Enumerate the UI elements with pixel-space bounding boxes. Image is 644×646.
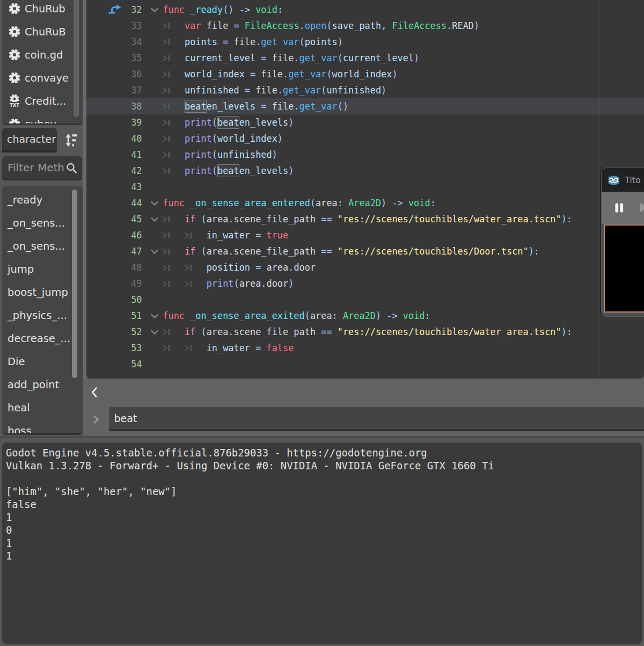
code-tokens: points = file.get_var(points): [185, 34, 343, 50]
toggle-scripts-panel-icon[interactable]: [89, 386, 100, 400]
line-number: 37: [118, 82, 142, 98]
code-line-50[interactable]: 50: [86, 292, 644, 308]
toggle-replace-icon[interactable]: [92, 414, 100, 425]
game-window[interactable]: Tito: [601, 168, 644, 317]
code-line-39[interactable]: 39 print(beaten_levels): [86, 114, 644, 130]
script-list-item[interactable]: cubey: [2, 113, 83, 126]
code-token: ==: [321, 214, 332, 224]
code-line-54[interactable]: 54: [86, 356, 644, 372]
scripts-list-scrollbar[interactable]: [74, 0, 79, 117]
tab-whitespace-mark: [163, 216, 172, 223]
fold-chevron-icon[interactable]: [150, 314, 159, 319]
code-line-40[interactable]: 40 print(world_index): [86, 130, 644, 147]
code-editor[interactable]: 32 func _ready() -> void:33 var file = F…: [86, 0, 644, 379]
code-token: =: [223, 37, 228, 47]
code-token: func: [163, 198, 185, 208]
fold-chevron-icon[interactable]: [150, 201, 159, 206]
code-line-48[interactable]: 48 position = area.door: [86, 259, 644, 275]
output-panel: Godot Engine v4.5.stable.official.876b29…: [0, 438, 644, 646]
code-line-53[interactable]: 53 in_water = false: [86, 340, 644, 356]
code-token: points: [185, 37, 217, 47]
code-token: .: [228, 326, 233, 337]
game-window-titlebar[interactable]: Tito: [602, 168, 644, 192]
code-line-37[interactable]: 37 unfinished = file.get_var(unfinished): [86, 82, 644, 98]
code-line-42[interactable]: 42 print(beaten_levels): [86, 163, 644, 179]
code-line-36[interactable]: 36 world_index = file.get_var(world_inde…: [86, 66, 644, 82]
code-line-38[interactable]: 38 beaten_levels = file.get_var(): [86, 98, 644, 114]
fold-chevron-icon[interactable]: [150, 8, 159, 13]
code-tokens: in_water = false: [207, 340, 294, 356]
play-icon[interactable]: [640, 202, 644, 213]
code-line-47[interactable]: 47 if (area.scene_file_path == "res://sc…: [86, 243, 644, 259]
sort-methods-button[interactable]: [61, 132, 78, 148]
script-list-item[interactable]: ChuRuB: [2, 20, 83, 43]
code-token: [316, 326, 321, 337]
methods-list-scrollbar[interactable]: [72, 190, 77, 378]
code-token: ): [376, 310, 386, 321]
method-list-item[interactable]: _on_sens...: [2, 235, 83, 258]
code-tokens: unfinished = file.get_var(unfinished): [185, 82, 386, 98]
code-line-32[interactable]: 32 func _ready() -> void:: [86, 2, 644, 18]
line-number: 36: [118, 66, 142, 82]
code-line-46[interactable]: 46 in_water = true: [86, 227, 644, 243]
code-token: false: [267, 343, 294, 353]
code-line-33[interactable]: 33 var file = FileAccess.open(save_path,…: [86, 18, 644, 34]
output-log[interactable]: Godot Engine v4.5.stable.official.876b29…: [2, 442, 642, 644]
script-list-item[interactable]: ChuRub: [2, 0, 83, 20]
code-line-51[interactable]: 51func _on_sense_area_exited(area: Area2…: [86, 308, 644, 324]
code-line-35[interactable]: 35 current_level = file.get_var(current_…: [86, 50, 644, 66]
code-token: area: [239, 278, 261, 289]
script-list-item[interactable]: TXTCredit...: [2, 90, 83, 113]
method-list-item[interactable]: _physics_...: [2, 304, 83, 327]
code-token: [185, 198, 190, 208]
code-token: .: [277, 85, 283, 96]
code-token: void: [403, 310, 425, 321]
sidebar-splitter[interactable]: [83, 0, 86, 379]
methods-list: _ready_on_sens..._on_sens...jumpboost_ju…: [2, 186, 83, 435]
code-line-52[interactable]: 52 if (area.scene_file_path == "res://sc…: [86, 324, 644, 340]
code-line-43[interactable]: 43: [86, 179, 644, 195]
code-token: [255, 69, 261, 79]
line-number: 48: [118, 259, 142, 275]
sort-icon: [61, 132, 78, 148]
method-list-item[interactable]: heal: [2, 396, 83, 419]
find-bar-area: beat: [83, 379, 644, 439]
fold-chevron-icon[interactable]: [150, 330, 159, 335]
method-list-item[interactable]: boss: [2, 419, 83, 435]
code-line-49[interactable]: 49 print(area.door): [86, 275, 644, 292]
current-script-label: character: [7, 133, 56, 145]
method-list-item[interactable]: add_point: [2, 373, 83, 396]
pause-icon[interactable]: [615, 203, 624, 213]
method-name: boss: [8, 425, 32, 435]
fold-chevron-icon[interactable]: [150, 217, 159, 222]
method-list-item[interactable]: boost_jump: [2, 281, 83, 304]
code-line-45[interactable]: 45 if (area.scene_file_path == "res://sc…: [86, 211, 644, 227]
method-list-item[interactable]: _on_sens...: [2, 212, 83, 235]
code-token: area: [316, 198, 338, 208]
search-input[interactable]: beat: [109, 407, 644, 431]
method-list-item[interactable]: Die: [2, 350, 83, 373]
code-line-34[interactable]: 34 points = file.get_var(points): [86, 34, 644, 50]
code-line-44[interactable]: 44func _on_sense_area_entered(area: Area…: [86, 195, 644, 211]
line-number: 43: [118, 179, 142, 195]
code-line-41[interactable]: 41 print(unfinished): [86, 147, 644, 163]
fold-chevron-icon[interactable]: [150, 249, 159, 255]
method-list-item[interactable]: decrease_...: [2, 327, 83, 350]
method-list-item[interactable]: _ready: [2, 188, 83, 212]
code-token: area: [207, 326, 229, 337]
line-number: 34: [118, 34, 142, 50]
code-token: current_level: [343, 53, 414, 63]
code-token: (: [201, 214, 206, 224]
code-token: get_var: [299, 53, 338, 63]
code-token: door: [294, 262, 316, 273]
code-token: (: [310, 198, 316, 208]
line-number: 39: [118, 114, 142, 130]
script-list-item[interactable]: convaye: [2, 67, 83, 90]
code-token: ->: [392, 198, 408, 208]
method-list-item[interactable]: jump: [2, 258, 83, 281]
script-list-item[interactable]: coin.gd: [2, 43, 83, 67]
textfile-gear-icon: TXT: [8, 95, 21, 107]
current-script-tab[interactable]: character: [2, 128, 57, 153]
code-token: [250, 230, 255, 241]
code-token: points: [305, 37, 338, 47]
